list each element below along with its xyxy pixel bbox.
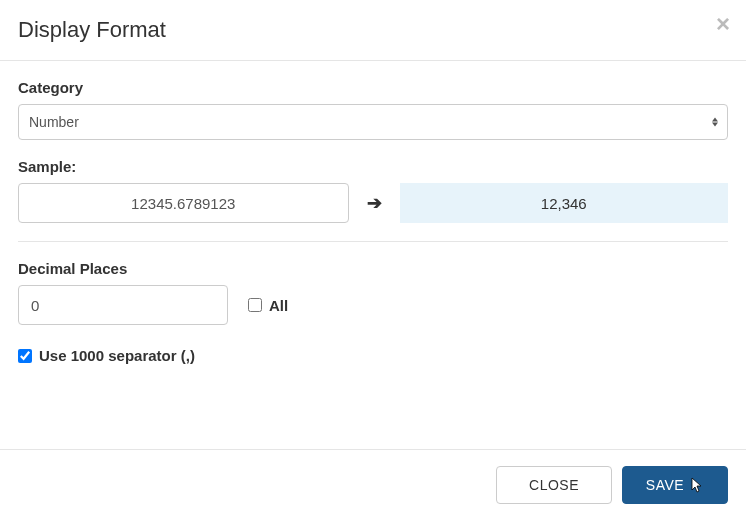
decimal-places-input[interactable] bbox=[18, 285, 228, 325]
category-label: Category bbox=[18, 79, 728, 96]
decimal-group: Decimal Places All bbox=[18, 260, 728, 325]
sample-output: 12,346 bbox=[400, 183, 729, 223]
arrow-right-icon: ➔ bbox=[367, 192, 382, 214]
category-select[interactable]: Number bbox=[18, 104, 728, 140]
close-icon[interactable]: × bbox=[716, 12, 730, 36]
all-checkbox-label[interactable]: All bbox=[269, 297, 288, 314]
all-checkbox[interactable] bbox=[248, 298, 262, 312]
close-button[interactable]: CLOSE bbox=[496, 466, 612, 504]
decimal-row: All bbox=[18, 285, 728, 325]
cursor-icon bbox=[690, 477, 704, 493]
save-button[interactable]: SAVE bbox=[622, 466, 728, 504]
decimal-label: Decimal Places bbox=[18, 260, 728, 277]
modal-header: Display Format × bbox=[0, 0, 746, 61]
modal-body: Category Number Sample: ➔ 12,346 Decimal… bbox=[0, 61, 746, 384]
save-button-label: SAVE bbox=[646, 477, 684, 493]
sample-group: Sample: ➔ 12,346 bbox=[18, 158, 728, 223]
modal-title: Display Format bbox=[18, 17, 728, 43]
separator-group: Use 1000 separator (,) bbox=[18, 347, 728, 364]
category-select-wrapper: Number bbox=[18, 104, 728, 140]
separator-label[interactable]: Use 1000 separator (,) bbox=[39, 347, 195, 364]
all-checkbox-row: All bbox=[248, 297, 288, 314]
divider bbox=[18, 241, 728, 242]
category-group: Category Number bbox=[18, 79, 728, 140]
separator-checkbox[interactable] bbox=[18, 349, 32, 363]
modal-footer: CLOSE SAVE bbox=[0, 449, 746, 520]
sample-row: ➔ 12,346 bbox=[18, 183, 728, 223]
sample-input[interactable] bbox=[18, 183, 349, 223]
sample-label: Sample: bbox=[18, 158, 728, 175]
